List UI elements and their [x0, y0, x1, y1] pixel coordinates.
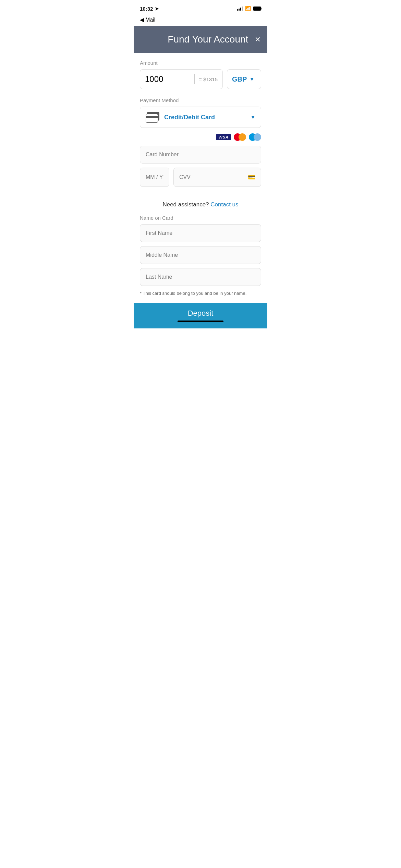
visa-logo: VISA — [216, 134, 231, 140]
deposit-button[interactable]: Deposit — [141, 309, 260, 318]
mastercard-logo — [234, 133, 246, 141]
card-disclaimer: * This card should belong to you and be … — [140, 291, 261, 296]
amount-input-wrapper: 1000 = $1315 — [140, 69, 223, 89]
status-icons: 📶 — [237, 6, 261, 11]
first-name-input[interactable] — [140, 224, 261, 242]
payment-method-selector[interactable]: Credit/Debit Card ▼ — [140, 107, 261, 128]
amount-converted: = $1315 — [199, 76, 218, 82]
last-name-input[interactable] — [140, 268, 261, 286]
amount-divider — [194, 74, 195, 84]
location-icon: ➤ — [155, 6, 159, 11]
cvv-input[interactable] — [179, 174, 248, 180]
currency-label: GBP — [232, 75, 247, 83]
payment-dropdown-arrow: ▼ — [251, 114, 255, 120]
assistance-text: Need assistance? Contact us — [140, 201, 261, 208]
time-display: 10:32 — [140, 6, 153, 12]
spacer — [140, 191, 261, 201]
currency-selector[interactable]: GBP ▼ — [227, 69, 261, 89]
amount-label: Amount — [140, 60, 261, 66]
status-time-area: 10:32 ➤ — [140, 6, 159, 12]
payment-method-section: Payment Method Credit/Debit Card ▼ VISA — [140, 97, 261, 187]
payment-method-label: Payment Method — [140, 97, 261, 103]
expiry-input[interactable] — [140, 168, 169, 187]
back-arrow-icon: ◀ — [140, 16, 144, 23]
signal-icon — [237, 7, 243, 11]
back-label: Mail — [145, 17, 155, 23]
back-button[interactable]: ◀ Mail — [140, 16, 261, 23]
payment-method-icon — [146, 112, 159, 123]
home-indicator — [178, 321, 223, 322]
name-on-card-label: Name on Card — [140, 215, 261, 221]
page-header: Fund Your Account × — [134, 26, 267, 53]
payment-method-name: Credit/Debit Card — [164, 114, 251, 121]
wifi-icon: 📶 — [245, 6, 251, 11]
back-navigation: ◀ Mail — [134, 15, 267, 26]
name-on-card-section: Name on Card * This card should belong t… — [140, 215, 261, 296]
maestro-logo — [249, 133, 261, 141]
amount-row: 1000 = $1315 GBP ▼ — [140, 69, 261, 89]
deposit-button-wrapper: Deposit — [134, 303, 267, 328]
close-button[interactable]: × — [255, 35, 260, 44]
amount-value: 1000 — [145, 74, 190, 84]
card-logos: VISA — [140, 133, 261, 141]
battery-icon — [253, 7, 261, 11]
amount-section: Amount 1000 = $1315 GBP ▼ — [140, 60, 261, 89]
expiry-cvv-row: 💳 — [140, 168, 261, 187]
currency-dropdown-arrow: ▼ — [250, 76, 254, 82]
main-content: Amount 1000 = $1315 GBP ▼ Payment Method — [134, 53, 267, 303]
status-bar: 10:32 ➤ 📶 — [134, 0, 267, 15]
middle-name-input[interactable] — [140, 246, 261, 264]
card-number-input[interactable] — [140, 146, 261, 164]
cvv-icon: 💳 — [248, 173, 255, 181]
contact-us-link[interactable]: Contact us — [210, 201, 238, 208]
cvv-wrapper: 💳 — [173, 168, 261, 187]
page-title: Fund Your Account — [151, 34, 255, 45]
assistance-static-text: Need assistance? — [162, 201, 209, 208]
